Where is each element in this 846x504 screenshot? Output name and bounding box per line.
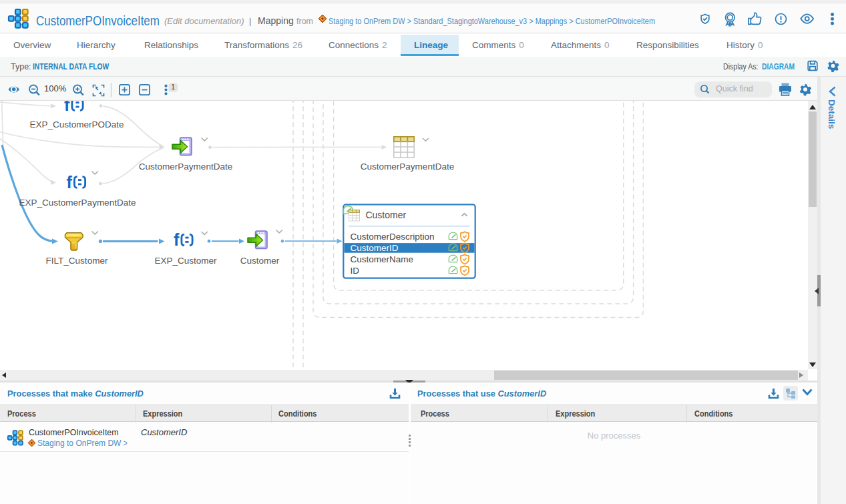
svg-text:FILT_Customer: FILT_Customer [46,256,108,266]
svg-text:Customer: Customer [365,210,406,220]
svg-text:CustomerName: CustomerName [351,254,414,264]
svg-text:Customer: Customer [240,256,280,266]
svg-text:1: 1 [171,83,175,91]
svg-text:EXP_CustomerPaymentDate: EXP_CustomerPaymentDate [19,198,136,208]
svg-text:CustomerID: CustomerID [351,243,399,253]
svg-text:CustomerDescription: CustomerDescription [351,232,435,242]
svg-text:CustomerPaymentDate: CustomerPaymentDate [139,162,232,172]
svg-text:CustomerPaymentDate: CustomerPaymentDate [361,162,454,172]
svg-text:EXP_Customer: EXP_Customer [154,256,217,266]
svg-text:EXP_CustomerPODate: EXP_CustomerPODate [29,119,124,130]
svg-text:ID: ID [351,266,360,276]
